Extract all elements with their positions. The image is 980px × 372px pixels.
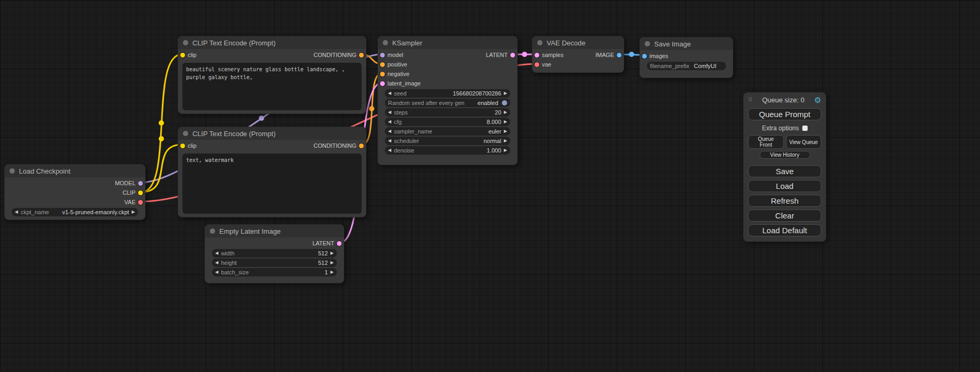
- node-titlebar[interactable]: CLIP Text Encode (Prompt): [178, 36, 366, 49]
- increment-arrow-icon[interactable]: ▶: [331, 261, 334, 265]
- input-port-vae[interactable]: vae: [535, 61, 551, 68]
- load-button[interactable]: Load: [748, 180, 821, 192]
- decrement-arrow-icon[interactable]: ◀: [215, 251, 218, 255]
- output-port-vae[interactable]: VAE: [124, 199, 143, 205]
- input-port-positive[interactable]: positive: [380, 61, 407, 68]
- node-ksampler[interactable]: KSampler model LATENT positive negative: [377, 36, 518, 165]
- extra-options-checkbox[interactable]: [802, 126, 808, 131]
- queue-front-button[interactable]: Queue Front: [748, 135, 784, 149]
- clip-port-dot[interactable]: [180, 144, 185, 148]
- increment-arrow-icon[interactable]: ▶: [132, 210, 135, 214]
- latent-port-dot[interactable]: [380, 81, 385, 86]
- clip-port-dot[interactable]: [180, 53, 185, 58]
- latent-port-dot[interactable]: [510, 53, 515, 58]
- collapse-dot-icon[interactable]: [210, 228, 215, 234]
- collapse-dot-icon[interactable]: [645, 41, 650, 46]
- image-port-dot[interactable]: [642, 54, 647, 59]
- decrement-arrow-icon[interactable]: ◀: [215, 270, 218, 274]
- load-default-button[interactable]: Load Default: [748, 224, 821, 236]
- decrement-arrow-icon[interactable]: ◀: [388, 139, 391, 143]
- node-titlebar[interactable]: KSampler: [378, 36, 517, 49]
- conditioning-port-dot[interactable]: [359, 144, 364, 148]
- input-port-samples[interactable]: samples: [535, 52, 564, 58]
- model-port-dot[interactable]: [138, 181, 143, 186]
- increment-arrow-icon[interactable]: ▶: [331, 270, 334, 274]
- node-save-image[interactable]: Save Image images filename_prefix ComfyU…: [639, 37, 733, 78]
- input-port-negative[interactable]: negative: [380, 71, 410, 77]
- negative-prompt-textarea[interactable]: text, watermark: [182, 154, 362, 214]
- input-port-images[interactable]: images: [642, 53, 668, 59]
- node-clip-text-encode-negative[interactable]: CLIP Text Encode (Prompt) clip CONDITION…: [178, 127, 366, 217]
- ckpt-name-widget[interactable]: ◀ ckpt_name v1-5-pruned-emaonly.ckpt ▶: [12, 208, 138, 216]
- increment-arrow-icon[interactable]: ▶: [504, 110, 507, 115]
- collapse-dot-icon[interactable]: [183, 40, 188, 45]
- width-widget[interactable]: ◀ width 512 ▶: [212, 249, 337, 257]
- clip-port-dot[interactable]: [138, 190, 143, 195]
- queue-prompt-button[interactable]: Queue Prompt: [748, 108, 821, 120]
- decrement-arrow-icon[interactable]: ◀: [215, 261, 218, 265]
- increment-arrow-icon[interactable]: ▶: [504, 91, 507, 96]
- view-queue-button[interactable]: View Queue: [786, 135, 822, 149]
- random-seed-toggle-widget[interactable]: Random seed after every gen enabled: [385, 99, 510, 107]
- latent-port-dot[interactable]: [535, 53, 539, 58]
- model-port-dot[interactable]: [380, 53, 385, 58]
- node-titlebar[interactable]: Load Checkpoint: [5, 165, 145, 177]
- node-vae-decode[interactable]: VAE Decode samples IMAGE vae: [532, 36, 624, 73]
- output-port-image[interactable]: IMAGE: [596, 52, 622, 58]
- view-history-button[interactable]: View History: [760, 151, 810, 159]
- collapse-dot-icon[interactable]: [383, 40, 388, 45]
- node-titlebar[interactable]: CLIP Text Encode (Prompt): [178, 127, 366, 140]
- collapse-dot-icon[interactable]: [9, 168, 15, 174]
- vae-port-dot[interactable]: [535, 62, 539, 67]
- output-port-conditioning[interactable]: CONDITIONING: [314, 142, 364, 149]
- node-titlebar[interactable]: VAE Decode: [532, 36, 624, 49]
- node-empty-latent-image[interactable]: Empty Latent Image LATENT ◀ width 512 ▶ …: [205, 224, 344, 283]
- latent-port-dot[interactable]: [337, 241, 342, 246]
- decrement-arrow-icon[interactable]: ◀: [388, 129, 391, 133]
- refresh-button[interactable]: Refresh: [748, 195, 821, 207]
- seed-widget[interactable]: ◀ seed 156680208700286 ▶: [385, 89, 510, 98]
- denoise-widget[interactable]: ◀ denoise 1.000 ▶: [385, 146, 510, 155]
- toggle-dot[interactable]: [502, 100, 507, 106]
- decrement-arrow-icon[interactable]: ◀: [388, 148, 391, 152]
- output-port-conditioning[interactable]: CONDITIONING: [314, 52, 364, 58]
- filename-prefix-widget[interactable]: filename_prefix ComfyUI: [647, 62, 726, 70]
- vae-port-dot[interactable]: [138, 200, 143, 205]
- increment-arrow-icon[interactable]: ▶: [504, 139, 507, 143]
- node-titlebar[interactable]: Empty Latent Image: [205, 225, 344, 237]
- image-port-dot[interactable]: [617, 53, 622, 58]
- input-port-model[interactable]: model: [380, 52, 403, 58]
- scheduler-widget[interactable]: ◀ scheduler normal ▶: [385, 137, 510, 145]
- cfg-widget[interactable]: ◀ cfg 8.000 ▶: [385, 118, 510, 126]
- output-port-latent[interactable]: LATENT: [486, 52, 515, 58]
- output-port-latent[interactable]: LATENT: [313, 240, 342, 246]
- collapse-dot-icon[interactable]: [537, 40, 542, 45]
- decrement-arrow-icon[interactable]: ◀: [15, 210, 18, 214]
- conditioning-port-dot[interactable]: [380, 72, 385, 77]
- save-button[interactable]: Save: [748, 165, 821, 177]
- conditioning-port-dot[interactable]: [380, 62, 385, 67]
- node-load-checkpoint[interactable]: Load Checkpoint MODEL CLIP VAE ◀ ckpt_na…: [4, 164, 145, 220]
- steps-widget[interactable]: ◀ steps 20 ▶: [385, 108, 510, 117]
- sampler-name-widget[interactable]: ◀ sampler_name euler ▶: [385, 127, 510, 136]
- node-titlebar[interactable]: Save Image: [640, 37, 733, 50]
- decrement-arrow-icon[interactable]: ◀: [388, 91, 391, 96]
- drag-handle-icon[interactable]: ⠿: [748, 97, 752, 103]
- positive-prompt-textarea[interactable]: beautiful scenery nature glass bottle la…: [182, 63, 362, 110]
- increment-arrow-icon[interactable]: ▶: [504, 129, 507, 133]
- settings-gear-icon[interactable]: ⚙: [814, 96, 821, 104]
- node-clip-text-encode-positive[interactable]: CLIP Text Encode (Prompt) clip CONDITION…: [178, 36, 366, 114]
- increment-arrow-icon[interactable]: ▶: [504, 148, 507, 152]
- clear-button[interactable]: Clear: [748, 209, 821, 222]
- increment-arrow-icon[interactable]: ▶: [504, 120, 507, 124]
- conditioning-port-dot[interactable]: [359, 53, 364, 58]
- collapse-dot-icon[interactable]: [183, 131, 188, 136]
- input-port-latent-image[interactable]: latent_image: [380, 80, 421, 87]
- output-port-model[interactable]: MODEL: [115, 180, 143, 186]
- decrement-arrow-icon[interactable]: ◀: [388, 110, 391, 115]
- input-port-clip[interactable]: clip: [180, 52, 197, 58]
- decrement-arrow-icon[interactable]: ◀: [388, 120, 391, 124]
- height-widget[interactable]: ◀ height 512 ▶: [212, 259, 337, 267]
- increment-arrow-icon[interactable]: ▶: [331, 251, 334, 255]
- input-port-clip[interactable]: clip: [180, 142, 197, 149]
